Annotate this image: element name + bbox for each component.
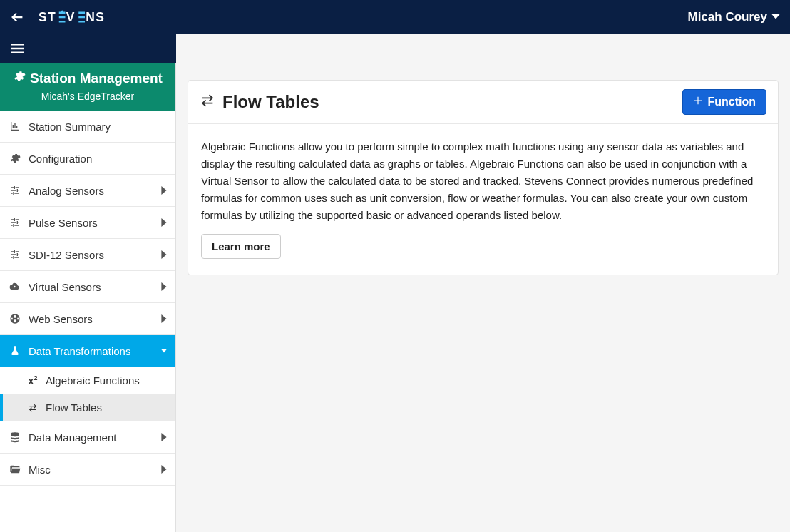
sidebar-item-misc[interactable]: Misc — [0, 454, 175, 486]
caret-right-icon — [161, 464, 167, 476]
logo: ST V NS — [39, 10, 155, 24]
sidebar-item-configuration[interactable]: Configuration — [0, 143, 175, 175]
flask-icon — [9, 345, 21, 357]
cloud-gears-icon — [9, 281, 21, 292]
sidebar-subitem-algebraic-functions[interactable]: x2 Algebraic Functions — [0, 367, 175, 394]
panel-title: Flow Tables — [222, 92, 682, 112]
caret-right-icon — [161, 249, 167, 261]
sliders-icon — [9, 249, 21, 260]
hamburger-bar — [0, 34, 176, 63]
caret-down-icon — [161, 345, 167, 357]
caret-right-icon — [161, 217, 167, 229]
sidebar-item-label: SDI-12 Sensors — [29, 249, 161, 261]
sidebar-item-virtual-sensors[interactable]: Virtual Sensors — [0, 271, 175, 303]
caret-right-icon — [161, 281, 167, 293]
sidebar-section-subtitle: Micah's EdgeTracker — [6, 91, 170, 102]
sidebar: Station Management Micah's EdgeTracker S… — [0, 34, 176, 532]
sidebar-item-sdi12-sensors[interactable]: SDI-12 Sensors — [0, 239, 175, 271]
sidebar-section-title: Station Management — [30, 71, 163, 86]
chart-icon — [9, 121, 21, 132]
caret-right-icon — [161, 431, 167, 444]
gear-icon — [9, 153, 21, 164]
exchange-icon — [26, 403, 40, 413]
panel-body: Algebraic Functions allow you to perform… — [188, 124, 778, 275]
sidebar-item-data-management[interactable]: Data Management — [0, 421, 175, 454]
sidebar-item-label: Misc — [29, 464, 161, 476]
top-bar: ST V NS Micah Courey — [0, 0, 790, 34]
user-name: Micah Courey — [688, 10, 767, 24]
sidebar-subitem-flow-tables[interactable]: Flow Tables — [0, 394, 175, 421]
sidebar-item-analog-sensors[interactable]: Analog Sensors — [0, 175, 175, 207]
back-arrow-icon[interactable] — [10, 9, 26, 25]
sidebar-subitem-label: Algebraic Functions — [46, 374, 140, 387]
sidebar-item-label: Configuration — [29, 153, 167, 165]
user-menu[interactable]: Micah Courey — [688, 10, 780, 24]
svg-text:V: V — [66, 10, 76, 24]
sidebar-item-label: Station Summary — [29, 121, 167, 133]
sliders-icon — [9, 217, 21, 228]
panel-header: Flow Tables Function — [188, 81, 778, 124]
folder-open-icon — [9, 464, 21, 475]
sidebar-nav: Station Summary Configuration Analog Sen… — [0, 111, 175, 486]
sidebar-item-pulse-sensors[interactable]: Pulse Sensors — [0, 207, 175, 239]
svg-text:NS: NS — [86, 10, 105, 24]
sidebar-section-header: Station Management Micah's EdgeTracker — [0, 63, 175, 111]
sidebar-item-label: Pulse Sensors — [29, 217, 161, 229]
add-function-label: Function — [707, 96, 756, 108]
svg-text:ST: ST — [39, 10, 56, 24]
plus-icon — [693, 96, 703, 108]
panel-description: Algebraic Functions allow you to perform… — [201, 138, 765, 224]
sidebar-item-web-sensors[interactable]: Web Sensors — [0, 303, 175, 335]
gear-icon — [13, 70, 26, 86]
sidebar-subitem-label: Flow Tables — [46, 401, 102, 414]
database-icon — [9, 431, 21, 443]
globe-icon — [9, 313, 21, 324]
caret-down-icon — [771, 10, 780, 24]
sidebar-item-label: Analog Sensors — [29, 185, 161, 197]
x-squared-icon: x2 — [26, 374, 40, 387]
sidebar-item-label: Data Management — [29, 431, 161, 444]
exchange-icon — [200, 93, 222, 111]
sidebar-item-station-summary[interactable]: Station Summary — [0, 111, 175, 143]
sidebar-item-label: Virtual Sensors — [29, 281, 161, 293]
flow-tables-panel: Flow Tables Function Algebraic Functions… — [188, 80, 779, 275]
learn-more-button[interactable]: Learn more — [201, 234, 281, 259]
add-function-button[interactable]: Function — [682, 89, 766, 115]
sidebar-item-data-transformations[interactable]: Data Transformations — [0, 335, 175, 367]
caret-right-icon — [161, 185, 167, 197]
sidebar-item-label: Web Sensors — [29, 313, 161, 325]
sliders-icon — [9, 185, 21, 196]
caret-right-icon — [161, 313, 167, 325]
sidebar-item-label: Data Transformations — [29, 345, 161, 357]
content-area: Flow Tables Function Algebraic Functions… — [176, 34, 790, 532]
hamburger-icon[interactable] — [10, 41, 24, 56]
